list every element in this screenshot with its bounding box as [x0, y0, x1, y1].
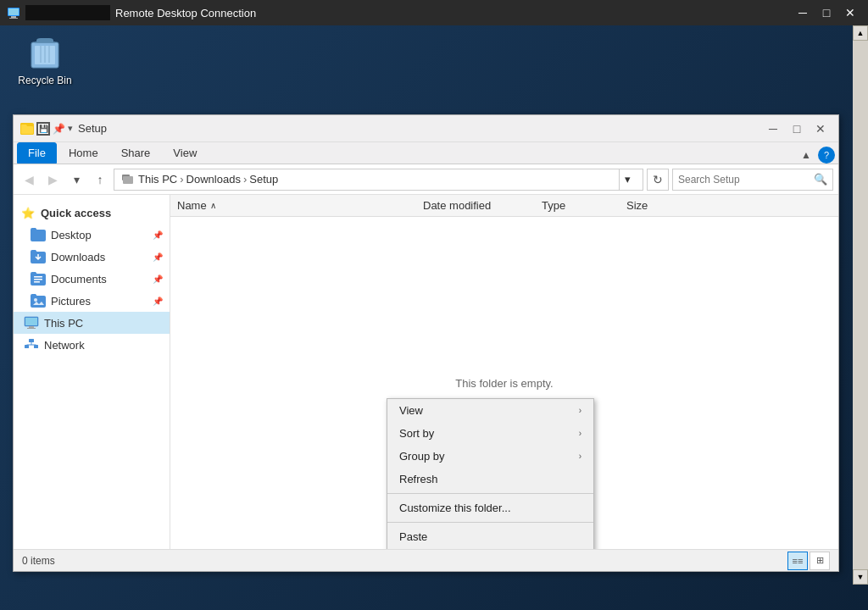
- context-menu: View › Sort by › Group by › Refresh: [387, 398, 594, 549]
- sidebar-pictures-label: Pictures: [51, 295, 91, 308]
- large-icons-view-button[interactable]: ⊞: [810, 552, 830, 570]
- sort-arrow-icon: ∧: [210, 201, 216, 210]
- ribbon-tabs: File Home Share View ▲ ?: [14, 142, 838, 164]
- explorer-maximize-button[interactable]: □: [786, 120, 808, 137]
- ctx-group-arrow-icon: ›: [579, 452, 581, 461]
- sidebar-item-pictures[interactable]: Pictures 📌: [14, 290, 170, 312]
- svg-rect-18: [29, 326, 34, 328]
- ctx-item-view[interactable]: View ›: [387, 399, 593, 422]
- search-icon[interactable]: 🔍: [814, 173, 827, 186]
- address-path[interactable]: This PC › Downloads › Setup ▾: [114, 169, 643, 191]
- ctx-item-group-by[interactable]: Group by ›: [387, 445, 593, 468]
- rdc-title-label: Remote Desktop Connection: [115, 7, 792, 19]
- pin-icon-desktop: 📌: [153, 230, 163, 240]
- recycle-bin-label: Recycle Bin: [18, 75, 71, 86]
- svg-rect-11: [123, 176, 133, 184]
- rdc-titlebar: Remote Desktop Connection ─ □ ✕: [0, 0, 868, 25]
- up-button[interactable]: ↑: [90, 169, 110, 190]
- sidebar-item-network[interactable]: Network: [14, 334, 170, 356]
- explorer-title-icons: 💾 📌 ▾: [20, 122, 73, 136]
- details-view-button[interactable]: ≡≡: [787, 552, 808, 570]
- address-refresh-button[interactable]: ↻: [647, 169, 669, 191]
- rdc-maximize-button[interactable]: □: [815, 4, 837, 21]
- rdc-title-input: [25, 5, 110, 20]
- sidebar-item-desktop[interactable]: Desktop 📌: [14, 224, 170, 246]
- tab-share[interactable]: Share: [110, 142, 162, 164]
- column-headers: Name ∧ Date modified Type Size: [170, 195, 838, 217]
- svg-rect-20: [29, 339, 34, 342]
- folder-icon: [20, 123, 34, 135]
- scroll-down-button[interactable]: ▼: [853, 569, 868, 585]
- search-input[interactable]: [678, 174, 810, 186]
- column-date-header[interactable]: Date modified: [423, 199, 542, 212]
- file-content-area: Name ∧ Date modified Type Size This fold…: [170, 195, 838, 549]
- explorer-window-controls: ─ □ ✕: [762, 120, 832, 137]
- svg-rect-14: [34, 281, 40, 283]
- ctx-item-sort-by[interactable]: Sort by ›: [387, 422, 593, 445]
- ctx-separator-1: [387, 493, 593, 494]
- pin-icon-pictures: 📌: [153, 297, 163, 306]
- sidebar-item-downloads[interactable]: Downloads 📌: [14, 246, 170, 268]
- dropdown-nav-button[interactable]: ▾: [66, 169, 86, 190]
- ctx-item-paste-shortcut[interactable]: Paste shortcut: [387, 548, 593, 549]
- explorer-minimize-button[interactable]: ─: [762, 120, 784, 137]
- rdc-icon: [7, 6, 20, 19]
- svg-point-15: [34, 298, 37, 302]
- ctx-customize-label: Customize this folder...: [399, 502, 511, 514]
- pin-icon: 📌: [53, 123, 65, 135]
- ctx-item-refresh[interactable]: Refresh: [387, 468, 593, 491]
- ctx-separator-2: [387, 522, 593, 523]
- sidebar: ⭐ Quick access Desktop 📌: [14, 195, 170, 549]
- svg-rect-1: [11, 16, 16, 18]
- help-button[interactable]: ?: [818, 147, 835, 164]
- ctx-item-paste[interactable]: Paste: [387, 525, 593, 548]
- dropdown-arrow-icon[interactable]: ▾: [68, 123, 73, 134]
- rdc-close-button[interactable]: ✕: [839, 4, 861, 21]
- address-dropdown-button[interactable]: ▾: [619, 169, 636, 191]
- sidebar-item-documents[interactable]: Documents 📌: [14, 268, 170, 290]
- forward-button[interactable]: ▶: [42, 169, 63, 190]
- ctx-refresh-label: Refresh: [399, 473, 438, 485]
- star-icon: ⭐: [20, 205, 36, 220]
- rdc-minimize-button[interactable]: ─: [792, 4, 814, 21]
- save-icon: 💾: [36, 122, 50, 136]
- ctx-group-label: Group by: [399, 450, 444, 463]
- explorer-close-button[interactable]: ✕: [810, 120, 832, 137]
- desktop: Remote Desktop Connection ─ □ ✕ Recycle …: [0, 0, 868, 610]
- ctx-sort-label: Sort by: [399, 427, 434, 440]
- recycle-bin-icon[interactable]: Recycle Bin: [15, 34, 75, 86]
- svg-rect-12: [34, 276, 42, 278]
- view-mode-icons: ≡≡ ⊞: [787, 552, 830, 570]
- sidebar-downloads-label: Downloads: [51, 251, 105, 263]
- scroll-track: [853, 41, 868, 569]
- tab-file[interactable]: File: [17, 142, 57, 164]
- sidebar-item-quick-access[interactable]: ⭐ Quick access: [14, 202, 170, 224]
- sidebar-desktop-label: Desktop: [51, 229, 92, 241]
- column-type-header[interactable]: Type: [542, 199, 626, 212]
- back-button[interactable]: ◀: [19, 169, 39, 190]
- ctx-item-customize[interactable]: Customize this folder...: [387, 496, 593, 519]
- ctx-view-label: View: [399, 404, 423, 417]
- status-bar: 0 items ≡≡ ⊞: [14, 549, 838, 571]
- this-pc-icon: [24, 315, 39, 330]
- pin-icon-documents: 📌: [153, 274, 163, 284]
- svg-rect-13: [34, 279, 42, 280]
- scroll-up-button[interactable]: ▲: [853, 25, 868, 41]
- svg-rect-22: [34, 345, 38, 348]
- ribbon-collapse-button[interactable]: ▲: [798, 147, 815, 164]
- explorer-titlebar: 💾 📌 ▾ Setup ─ □ ✕: [14, 115, 838, 142]
- ctx-view-arrow-icon: ›: [579, 406, 581, 415]
- sidebar-item-this-pc[interactable]: This PC: [14, 312, 170, 334]
- tab-home[interactable]: Home: [58, 142, 109, 164]
- sidebar-quick-access-label: Quick access: [41, 207, 111, 219]
- column-size-header[interactable]: Size: [626, 199, 648, 212]
- svg-rect-19: [27, 328, 36, 329]
- sidebar-network-label: Network: [44, 339, 85, 352]
- pictures-folder-icon: [31, 293, 46, 308]
- tab-view[interactable]: View: [162, 142, 208, 164]
- svg-rect-3: [8, 8, 19, 15]
- ribbon-controls: ▲ ?: [798, 147, 835, 164]
- documents-folder-icon: [31, 271, 46, 286]
- downloads-folder-icon: [31, 249, 46, 264]
- column-name-header[interactable]: Name ∧: [177, 199, 423, 212]
